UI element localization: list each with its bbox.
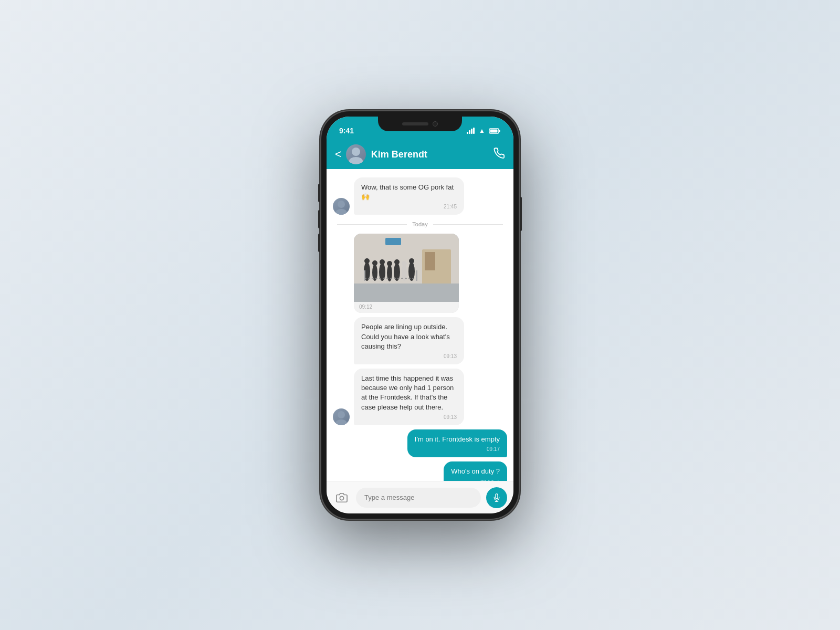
message-bubble: Wow, that is some OG pork fat 🙌 21:45 (354, 177, 464, 215)
divider-line (337, 224, 407, 225)
message-text: People are lining up outside. Could you … (361, 322, 457, 351)
message-time: 09:17 ✓ (451, 478, 500, 481)
svg-point-6 (335, 209, 347, 215)
camera-button[interactable] (333, 489, 351, 507)
svg-point-26 (409, 258, 414, 264)
message-text: I'm on it. Frontdesk is empty (415, 435, 500, 444)
phone-screen: 9:41 ▲ < (327, 117, 513, 513)
chat-header: < Kim Berendt (327, 140, 513, 169)
battery-icon (489, 128, 501, 134)
signal-icon (467, 128, 475, 134)
message-time: 09:17 (415, 446, 500, 452)
mic-button[interactable] (486, 487, 507, 508)
date-label: Today (412, 221, 427, 227)
svg-point-14 (364, 258, 370, 264)
svg-point-3 (352, 148, 360, 156)
chat-image (354, 234, 459, 302)
message-bubble: I'm on it. Frontdesk is empty 09:17 (407, 429, 507, 457)
svg-point-31 (335, 419, 347, 425)
svg-point-4 (349, 157, 363, 164)
messages-area: Wow, that is some OG pork fat 🙌 21:45 To… (327, 169, 513, 481)
svg-rect-9 (385, 238, 401, 245)
message-time: 09:13 (361, 353, 457, 359)
contact-avatar (346, 144, 366, 164)
svg-point-19 (387, 265, 392, 281)
notch-camera (433, 121, 438, 127)
svg-point-5 (338, 201, 345, 208)
message-text: Who's on duty ? (451, 467, 500, 476)
date-divider: Today (327, 217, 513, 232)
message-text: Wow, that is some OG pork fat 🙌 (361, 183, 457, 202)
svg-point-20 (387, 261, 392, 266)
sender-avatar (333, 408, 350, 425)
message-row: 09:12 (327, 232, 513, 315)
message-bubble: Last time this happened it was because w… (354, 369, 464, 425)
svg-rect-29 (416, 270, 417, 281)
status-time: 9:41 (339, 127, 354, 135)
svg-point-22 (394, 259, 400, 265)
svg-rect-12 (354, 284, 459, 302)
message-bubble: Who's on duty ? 09:17 ✓ (444, 461, 507, 481)
svg-rect-1 (499, 130, 500, 132)
message-row: Last time this happened it was because w… (327, 366, 513, 427)
sender-avatar (333, 198, 350, 215)
message-time: 21:45 (361, 204, 457, 209)
message-time: 09:13 (361, 414, 457, 420)
message-input[interactable] (356, 488, 481, 508)
read-check-icon: ✓ (495, 478, 500, 481)
input-bar (327, 481, 513, 513)
message-text: Last time this happened it was because w… (361, 374, 457, 412)
wifi-icon: ▲ (479, 127, 485, 134)
svg-point-16 (372, 260, 377, 266)
svg-point-30 (338, 411, 345, 418)
status-icons: ▲ (467, 127, 501, 134)
message-row: People are lining up outside. Could you … (327, 315, 513, 366)
message-bubble: People are lining up outside. Could you … (354, 317, 464, 364)
notch-speaker (402, 122, 428, 125)
svg-point-18 (380, 259, 385, 265)
divider-line (433, 224, 503, 225)
avatar-image (346, 144, 366, 164)
back-button[interactable]: < (335, 149, 342, 160)
message-row: Who's on duty ? 09:17 ✓ (327, 459, 513, 481)
svg-rect-2 (490, 129, 498, 132)
phone-notch (378, 117, 462, 131)
image-time: 09:12 (354, 302, 459, 313)
phone-mockup: 9:41 ▲ < (320, 110, 520, 520)
message-row: Wow, that is some OG pork fat 🙌 21:45 (327, 175, 513, 217)
image-bubble: 09:12 (354, 234, 459, 313)
contact-name: Kim Berendt (371, 149, 494, 160)
call-button[interactable] (494, 148, 505, 162)
message-row: I'm on it. Frontdesk is empty 09:17 (327, 427, 513, 459)
svg-rect-28 (364, 270, 365, 281)
svg-rect-11 (425, 252, 435, 270)
svg-point-24 (402, 261, 407, 266)
svg-point-32 (340, 496, 343, 500)
